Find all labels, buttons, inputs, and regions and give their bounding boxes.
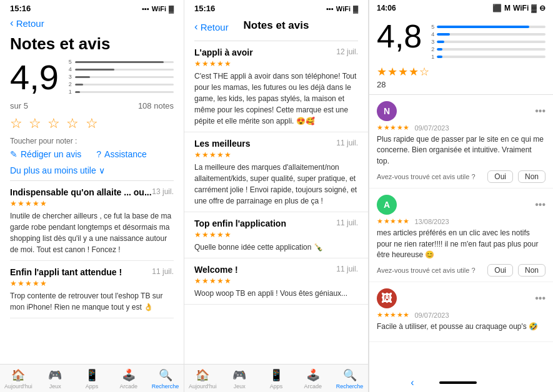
big-num-3: 4,8	[377, 20, 422, 52]
rating-summary-3: 4,8 5 4 3 2 1	[369, 15, 553, 65]
avatar-3: 🖼	[377, 288, 397, 308]
nav-jeux-2[interactable]: 🎮 Jeux	[221, 368, 258, 390]
signal-icon-3: M	[504, 4, 511, 12]
time-1: 15:16	[10, 4, 31, 13]
nav-label-apps-2: Apps	[270, 383, 283, 390]
nav-label-today-1: Aujourd'hui	[4, 383, 32, 390]
oui-btn-2[interactable]: Oui	[487, 264, 513, 277]
stars-date-1: ★★★★★ 09/07/2023	[377, 124, 546, 132]
third-stars-2: ★★★★★	[377, 217, 410, 225]
status-icons-3: ⬛ M WiFi ▓ ⊖	[492, 4, 546, 12]
touch-label: Toucher pour noter :	[0, 137, 184, 148]
back-nav-1[interactable]: ‹ Retour	[0, 16, 184, 33]
three-dots-2[interactable]: •••	[535, 199, 546, 210]
nav-jeux-1[interactable]: 🎮 Jeux	[37, 368, 74, 390]
nav-today-2[interactable]: 🏠 Aujourd'hui	[184, 368, 221, 390]
battery-icon-3: ▓	[531, 4, 537, 12]
panel2-reviews: L'appli à avoir 12 juil. ★★★★★ C'est THE…	[184, 41, 368, 364]
status-icons-2: ▪▪▪ WiFi ▓	[326, 5, 358, 12]
p2-text-2: La meilleure des marques d'allaitement/n…	[194, 162, 358, 207]
back-chevron-2: ‹	[194, 21, 198, 33]
notch-icon: ⬛	[492, 4, 502, 12]
nav-apps-2[interactable]: 📱 Apps	[258, 368, 295, 390]
signal-icon-2: ▪▪▪	[326, 5, 334, 12]
chevron-down-icon: ∨	[99, 165, 105, 175]
non-btn-1[interactable]: Non	[518, 170, 546, 183]
status-icons-1: ▪▪▪ WiFi ▓	[142, 5, 174, 12]
nav-arcade-2[interactable]: 🕹️ Arcade	[294, 368, 331, 390]
today-icon-1: 🏠	[11, 368, 25, 382]
non-btn-2[interactable]: Non	[518, 264, 546, 277]
star-4[interactable]: ☆	[66, 115, 80, 131]
nav-search-2[interactable]: 🔍 Recherche	[331, 368, 368, 390]
p2-review-date-3: 11 juil.	[336, 218, 358, 228]
star-1[interactable]: ☆	[10, 115, 24, 131]
nav-label-arcade-1: Arcade	[120, 383, 138, 390]
home-indicator	[439, 381, 477, 384]
stars-date-3: ★★★★★ 09/07/2023	[377, 311, 546, 319]
p2-text-4: Woop woop TB en appli ! Vous êtes géniau…	[194, 288, 358, 299]
wifi-icon-3: WiFi	[513, 4, 529, 12]
review-title-2: Enfin l'appli tant attendue !	[10, 267, 122, 277]
status-bar-2: 15:16 ▪▪▪ WiFi ▓	[184, 0, 368, 16]
third-text-3: Facile à utiliser, et pousse au craquage…	[377, 321, 546, 332]
time-2: 15:16	[194, 4, 215, 13]
review-header-1: Indispensable qu'on allaite ... ou... 13…	[10, 187, 174, 197]
rating-meta-1: sur 5 108 notes	[0, 101, 184, 114]
third-stars-3: ★★★★★	[377, 311, 410, 319]
today-icon-2: 🏠	[196, 368, 209, 382]
back-nav-2[interactable]: ‹ Retour	[194, 21, 229, 33]
nav-arcade-1[interactable]: 🕹️ Arcade	[110, 368, 147, 390]
p2-text-1: C'est THE appli à avoir dans son télépho…	[194, 71, 358, 127]
review-date-1: 13 juil.	[152, 187, 174, 196]
edit-icon: ✎	[10, 149, 17, 159]
search-icon-2: 🔍	[343, 368, 357, 382]
helpful-row-2: Avez-vous trouvé cet avis utile ? Oui No…	[377, 264, 546, 277]
star-2[interactable]: ☆	[29, 115, 42, 131]
p2-stars-3: ★★★★★	[194, 230, 358, 239]
apps-icon-2: 📱	[269, 368, 283, 382]
helpful-label-2: Avez-vous trouvé cet avis utile ?	[377, 267, 482, 274]
p2-review-title-3: Top enfin l'application	[194, 218, 286, 228]
write-review-btn[interactable]: ✎ Rédiger un avis	[10, 149, 81, 159]
star-5[interactable]: ☆	[86, 115, 99, 131]
avatar-2: A	[377, 195, 397, 215]
p2-review-title-2: Les meilleurs	[194, 139, 251, 149]
p2-stars-1: ★★★★★	[194, 59, 358, 68]
jeux-icon-2: 🎮	[232, 368, 246, 382]
back-label-1[interactable]: Retour	[16, 18, 44, 29]
oui-btn-1[interactable]: Oui	[487, 170, 513, 183]
nav-label-search-2: Recherche	[336, 383, 364, 390]
panel-2: 15:16 ▪▪▪ WiFi ▓ ‹ Retour Notes et avis …	[184, 0, 369, 392]
p2-text-3: Quelle bonne idée cette application 🍾	[194, 242, 358, 253]
review-header-2: Enfin l'appli tant attendue ! 11 juil.	[10, 267, 174, 277]
third-count: 28	[369, 80, 553, 94]
back-chevron-1: ‹	[10, 17, 14, 29]
three-dots-1[interactable]: •••	[535, 105, 546, 117]
battery-icon-2: ▓	[353, 5, 358, 12]
sort-row[interactable]: Du plus au moins utile ∨	[0, 163, 184, 180]
p2-review-date-2: 11 juil.	[336, 139, 358, 149]
avatar-img-icon: 🖼	[381, 292, 392, 305]
helpful-row-1: Avez-vous trouvé cet avis utile ? Oui No…	[377, 170, 546, 183]
apps-icon-1: 📱	[85, 368, 99, 382]
review-date-2: 11 juil.	[152, 267, 174, 276]
action-row: ✎ Rédiger un avis ? Assistance	[0, 148, 184, 163]
nav-today-1[interactable]: 🏠 Aujourd'hui	[0, 368, 37, 390]
third-review-2: A ••• ★★★★★ 13/08/2023 mes articles préf…	[369, 189, 553, 282]
three-dots-3[interactable]: •••	[535, 293, 546, 304]
arcade-icon-1: 🕹️	[122, 368, 136, 382]
third-review-3: 🖼 ••• ★★★★★ 09/07/2023 Facile à utiliser…	[369, 282, 553, 341]
nav-label-jeux-2: Jeux	[234, 383, 246, 390]
review-text-1: Inutile de chercher ailleurs , ce fut la…	[10, 210, 174, 255]
rating-stars-interactive[interactable]: ☆ ☆ ☆ ☆ ☆	[0, 114, 184, 137]
chevron-left-icon[interactable]: ‹	[411, 377, 414, 388]
nav-search-1[interactable]: 🔍 Recherche	[147, 368, 184, 390]
star-3[interactable]: ☆	[47, 115, 61, 131]
nav-apps-1[interactable]: 📱 Apps	[74, 368, 111, 390]
third-review-1: N ••• ★★★★★ 09/07/2023 Plus rapide que d…	[369, 95, 553, 189]
p2-review-date-1: 12 juil.	[336, 47, 358, 57]
nav-label-apps-1: Apps	[86, 383, 99, 390]
assistance-btn[interactable]: ? Assistance	[96, 149, 147, 159]
minus-icon: ⊖	[539, 4, 546, 12]
